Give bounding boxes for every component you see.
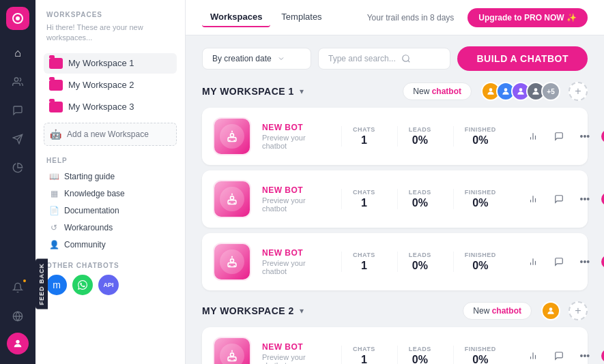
leads-value: 0% <box>409 260 431 272</box>
svg-point-2 <box>14 78 18 81</box>
chat-icon[interactable] <box>5 98 30 123</box>
bot-icon <box>213 117 251 155</box>
bell-icon[interactable] <box>5 275 30 300</box>
add-workspace-label: Add a new Workspace <box>67 130 149 139</box>
bot-stat-chats-2: CHATS 1 <box>341 189 386 209</box>
chat-bubble-icon[interactable] <box>549 127 569 146</box>
bot-actions-3: ••• <box>523 252 604 271</box>
add-member-button-ws1[interactable]: + <box>569 82 588 101</box>
analytics-icon[interactable] <box>523 252 543 271</box>
svg-point-5 <box>402 55 408 61</box>
main-area: Workspaces Templates Your trail ends in … <box>186 0 604 364</box>
help-community-label: Community <box>64 240 106 249</box>
chats-value: 1 <box>353 197 375 209</box>
chevron-down-icon <box>277 55 285 63</box>
app-logo[interactable] <box>6 7 29 30</box>
content-area: By creation date Type and search... BUIL… <box>186 35 604 364</box>
svg-point-1 <box>16 16 20 20</box>
toggle-bot-1[interactable] <box>601 130 604 143</box>
grid-icon: ▦ <box>49 189 59 198</box>
bot-actions-2: ••• <box>523 189 604 209</box>
help-starting-label: Starting guide <box>64 172 115 181</box>
bot-desc: Preview your chatbot <box>262 134 330 150</box>
bot-name: NEW BOT <box>262 185 330 195</box>
whatsapp-chatbot[interactable] <box>72 275 93 295</box>
svg-point-7 <box>504 88 508 91</box>
help-workarounds[interactable]: ↺ Workarounds <box>44 219 177 236</box>
svg-point-6 <box>489 88 493 91</box>
help-starting-guide[interactable]: 📖 Starting guide <box>44 168 177 185</box>
bot-card-ws2-1: NEW BOT Preview your chatbot CHATS 1 LEA… <box>202 327 588 364</box>
workspace3-label: My Workspace 3 <box>68 102 134 112</box>
finished-label: FINISHED <box>465 126 496 133</box>
new-chatbot-btn-ws1[interactable]: New chatbot <box>403 82 472 100</box>
leads-value: 0% <box>409 197 431 209</box>
add-member-button-ws2[interactable]: + <box>569 301 588 320</box>
workspace1-header: MY WORKSPACE 1 ▾ New chatbot <box>202 82 588 101</box>
globe-icon[interactable] <box>5 304 30 329</box>
bot-stat-chats-1: CHATS 1 <box>341 126 386 147</box>
more-options-icon[interactable]: ••• <box>575 189 594 209</box>
upgrade-button[interactable]: Upgrade to PRO NOW ✨ <box>468 8 588 27</box>
analytics-icon[interactable] <box>523 189 543 209</box>
notification-badge <box>22 278 27 284</box>
analytics-icon[interactable] <box>523 346 543 364</box>
trial-text: Your trail ends in 8 days <box>367 13 455 22</box>
top-bar: Workspaces Templates Your trail ends in … <box>186 0 604 35</box>
more-options-icon[interactable]: ••• <box>575 346 594 364</box>
person-icon: 👤 <box>49 240 59 249</box>
leads-label: LEADS <box>409 126 431 133</box>
users-icon[interactable] <box>5 70 30 94</box>
folder-icon <box>49 80 63 91</box>
help-knowledge-label: Knowledge base <box>64 189 125 198</box>
new-chatbot-btn-ws2[interactable]: New chatbot <box>463 302 532 320</box>
build-chatbot-button[interactable]: BUILD A CHATBOT <box>457 46 588 71</box>
workspace2-collapse-icon[interactable]: ▾ <box>300 306 304 316</box>
home-icon[interactable]: ⌂ <box>5 41 30 65</box>
avatar-group-ws2 <box>537 301 560 320</box>
avatar-ws2-1 <box>541 301 560 320</box>
toggle-bot-ws2-1[interactable] <box>601 349 604 363</box>
pie-chart-icon[interactable] <box>5 155 30 180</box>
svg-point-9 <box>534 88 538 91</box>
svg-point-8 <box>519 88 523 91</box>
finished-label: FINISHED <box>465 346 496 352</box>
icon-sidebar: ⌂ <box>0 0 35 364</box>
help-knowledge-base[interactable]: ▦ Knowledge base <box>44 185 177 202</box>
sidebar-item-workspace3[interactable]: My Workspace 3 <box>44 97 177 117</box>
more-options-icon[interactable]: ••• <box>575 252 594 271</box>
workspaces-desc: Hi there! These are your new workspaces.… <box>44 22 177 44</box>
help-documentation[interactable]: 📄 Documentation <box>44 202 177 219</box>
workspaces-title: WORKSPACES <box>44 11 177 18</box>
sidebar-item-workspace2[interactable]: My Workspace 2 <box>44 75 177 95</box>
bot-desc: Preview your chatbot <box>262 353 330 364</box>
bot-stat-chats-3: CHATS 1 <box>341 252 386 272</box>
search-box[interactable]: Type and search... <box>318 48 450 70</box>
chats-value: 1 <box>353 260 375 272</box>
user-avatar[interactable] <box>7 333 29 354</box>
finished-value: 0% <box>465 134 496 147</box>
bot-name: NEW BOT <box>262 248 330 258</box>
chat-bubble-icon[interactable] <box>549 346 569 364</box>
svg-point-10 <box>231 134 234 137</box>
messenger-chatbot[interactable]: m <box>46 275 67 295</box>
finished-value: 0% <box>465 354 496 364</box>
chat-bubble-icon[interactable] <box>549 189 569 209</box>
tab-workspaces[interactable]: Workspaces <box>202 7 270 27</box>
chat-bubble-icon[interactable] <box>549 252 569 271</box>
analytics-icon[interactable] <box>523 127 543 146</box>
help-community[interactable]: 👤 Community <box>44 237 177 253</box>
sidebar-item-workspace1[interactable]: My Workspace 1 <box>44 53 177 74</box>
feedback-tab[interactable]: FEED BACK <box>35 259 48 309</box>
workspace1-collapse-icon[interactable]: ▾ <box>300 87 304 96</box>
megaphone-icon[interactable] <box>5 127 30 151</box>
toggle-bot-3[interactable] <box>601 255 604 269</box>
more-options-icon[interactable]: ••• <box>575 127 594 146</box>
sort-filter[interactable]: By creation date <box>202 48 311 70</box>
add-workspace-button[interactable]: 🤖 Add a new Workspace <box>44 123 177 146</box>
bot-icon <box>213 180 251 218</box>
toggle-bot-2[interactable] <box>601 192 604 206</box>
other-chatbots-title: OTHER CHATBOTS <box>44 262 177 269</box>
tab-templates[interactable]: Templates <box>273 7 330 27</box>
api-chatbot[interactable]: API <box>98 275 119 295</box>
